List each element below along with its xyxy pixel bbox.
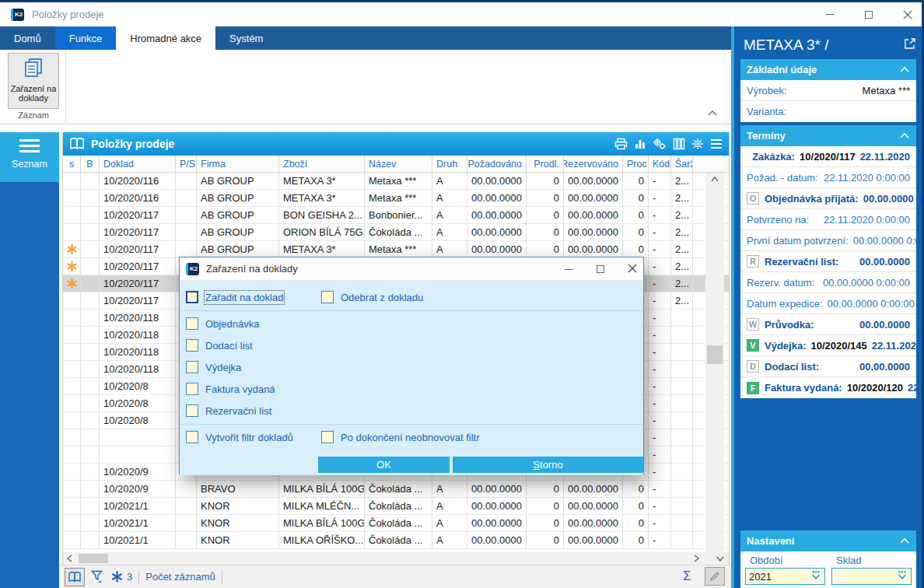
settings-header[interactable]: Nastavení xyxy=(740,530,916,551)
column-header-firma[interactable]: Firma xyxy=(197,156,279,172)
checkbox-v-dejka[interactable]: Výdejka xyxy=(186,357,241,377)
sklad-combobox[interactable] xyxy=(831,568,912,585)
scroll-left-button[interactable] xyxy=(63,552,76,565)
vertical-scrollbar[interactable] xyxy=(705,173,724,552)
checkbox-box[interactable] xyxy=(321,431,334,443)
checkbox-faktura-vydan-[interactable]: Faktura vydaná xyxy=(186,379,275,399)
assign-to-documents-button[interactable]: Zařazení na doklady xyxy=(8,53,59,109)
cell-zbozi: MILKA MLÉČN... xyxy=(279,498,365,515)
cell-doklad: 10/2020/117 xyxy=(100,241,176,258)
maximize-button[interactable] xyxy=(860,6,877,23)
column-header-zboží[interactable]: Zboží xyxy=(279,156,365,172)
column-header-prodl.[interactable]: Prodl. xyxy=(527,156,564,172)
cell-kod: - xyxy=(649,173,671,190)
vertical-scroll-thumb[interactable] xyxy=(707,345,723,364)
horizontal-scrollbar[interactable] xyxy=(63,552,729,565)
basic-info-header[interactable]: Základní údaje xyxy=(740,59,916,80)
checkbox-za-adit-na-doklad[interactable]: Zařadit na doklad xyxy=(186,287,283,307)
checkbox-dodac-list[interactable]: Dodací list xyxy=(186,335,253,355)
doc-type-badge-w: W xyxy=(747,318,759,331)
column-header-požadováno[interactable]: Požadováno xyxy=(467,156,527,172)
terms-header[interactable]: Termíny xyxy=(740,125,916,146)
checkbox-box[interactable] xyxy=(186,361,198,373)
settings-gear-icon[interactable] xyxy=(691,138,704,150)
checkbox-po-dokon-en-neobnovovat-filtr[interactable]: Po dokončení neobnovovat filtr xyxy=(321,427,480,447)
dialog-maximize-button[interactable] xyxy=(597,265,604,273)
collapse-icon[interactable] xyxy=(899,537,910,544)
scroll-up-button[interactable] xyxy=(705,173,724,186)
column-header-kód[interactable]: Kód xyxy=(649,156,671,172)
dropdown-icon[interactable] xyxy=(897,569,908,583)
tab-funkce[interactable]: Funkce xyxy=(55,26,117,50)
cancel-button[interactable]: Storno xyxy=(453,457,643,473)
column-header-p/s[interactable]: P/S xyxy=(176,156,197,172)
dropdown-icon[interactable] xyxy=(810,569,821,583)
title-bar: K2 Položky prodeje xyxy=(0,2,924,26)
cell-rez: 00.00.0000 xyxy=(564,207,623,224)
cell-doklad: 10/2020/8 xyxy=(100,378,176,395)
column-header-doklad[interactable]: Doklad xyxy=(100,156,176,172)
print-icon[interactable] xyxy=(614,138,628,150)
tab-system[interactable]: Systém xyxy=(215,26,277,50)
table-row[interactable]: 10/2020/116AB GROUPMETAXA 3*Metaxa ***A0… xyxy=(63,173,729,190)
chart-icon[interactable] xyxy=(634,138,646,150)
checkbox-odebrat-z-dokladu[interactable]: Odebrat z dokladu xyxy=(321,287,423,307)
checkbox-box[interactable] xyxy=(321,291,334,303)
column-header-šarž[interactable]: Šarž xyxy=(671,156,693,172)
table-row[interactable]: 10/2021/1KNORMILKA MLÉČN...Čokoláda ...A… xyxy=(63,498,729,515)
horizontal-scroll-thumb[interactable] xyxy=(79,554,108,563)
období-combobox[interactable]: 2021 xyxy=(745,568,825,585)
ribbon-separator xyxy=(65,51,66,122)
close-button[interactable] xyxy=(899,6,916,23)
sum-button[interactable]: Σ xyxy=(683,565,691,588)
checkbox-rezerva-n-list[interactable]: Rezervační list xyxy=(186,401,271,421)
sidebar-item-seznam[interactable]: Seznam xyxy=(0,132,59,182)
popout-icon[interactable] xyxy=(904,37,916,53)
cell-prodl: 0 xyxy=(527,224,564,241)
checkbox-box[interactable] xyxy=(186,317,198,330)
table-row[interactable]: 10/2020/117AB GROUPBON GEISHA 2...Bonbon… xyxy=(63,207,729,224)
checkbox-box[interactable] xyxy=(186,291,198,303)
collapse-icon[interactable] xyxy=(899,66,910,73)
cell-prodl: 0 xyxy=(527,498,564,515)
cell-rez: 00.00.0000 xyxy=(564,515,623,532)
checkbox-box[interactable] xyxy=(186,383,198,395)
cell-ps xyxy=(176,532,197,549)
checkbox-box[interactable] xyxy=(186,431,198,443)
checkbox-vytvo-it-filtr-doklad-[interactable]: Vytvořit filtr dokladů xyxy=(186,427,293,447)
column-header-s[interactable]: s xyxy=(63,156,81,172)
checkbox-objedn-vka[interactable]: Objednávka xyxy=(186,313,259,334)
column-header-b[interactable]: B xyxy=(81,156,100,172)
dialog-close-button[interactable] xyxy=(628,262,637,276)
collapse-icon[interactable] xyxy=(899,132,910,139)
checkbox-box[interactable] xyxy=(186,339,198,352)
edit-button[interactable] xyxy=(705,567,725,586)
checkbox-box[interactable] xyxy=(186,404,198,417)
minimize-button[interactable] xyxy=(821,6,838,23)
cell-sarz xyxy=(671,429,693,446)
table-row[interactable]: 10/2020/116AB GROUPMETAXA 3*Metaxa ***A0… xyxy=(63,190,729,207)
ribbon-collapse-button[interactable] xyxy=(705,107,720,119)
tab-hromadne-akce[interactable]: Hromadné akce xyxy=(116,26,215,50)
filter-button[interactable] xyxy=(91,570,103,583)
table-row[interactable]: 10/2020/117AB GROUPMETAXA 3*Metaxa ***A0… xyxy=(63,241,729,258)
cell-nazev: Čokoláda ... xyxy=(365,515,432,532)
table-row[interactable]: 10/2020/9BRAVOMILKA BÍLÁ 100GČokoláda ..… xyxy=(63,481,729,498)
column-header-název[interactable]: Název xyxy=(365,156,432,172)
gears-icon[interactable] xyxy=(653,138,667,150)
ok-button[interactable]: OK xyxy=(318,457,450,473)
dialog-title-bar[interactable]: K2 Zařazení na doklady xyxy=(180,257,643,281)
table-row[interactable]: 10/2020/117AB GROUPORION BÍLÁ 75GČokolád… xyxy=(63,224,729,241)
scroll-right-button[interactable] xyxy=(690,552,703,565)
column-header-rezervováno[interactable]: Rezervováno xyxy=(564,156,623,172)
column-header-druh[interactable]: Druh xyxy=(432,156,467,172)
book-view-button[interactable] xyxy=(65,568,85,586)
panel-menu-icon[interactable] xyxy=(710,138,723,149)
table-row[interactable]: 10/2021/1KNORMILKA OŘÍŠKO...Čokoláda ...… xyxy=(63,532,729,549)
columns-icon[interactable] xyxy=(673,138,685,150)
dialog-minimize-button[interactable] xyxy=(565,269,573,270)
tab-domu[interactable]: Domů xyxy=(0,26,55,50)
table-row[interactable]: 10/2021/1KNORMILKA BÍLÁ 100GČokoláda ...… xyxy=(63,515,729,532)
column-header-proc[interactable]: Proc xyxy=(623,156,649,172)
scroll-down-button[interactable] xyxy=(713,552,726,565)
